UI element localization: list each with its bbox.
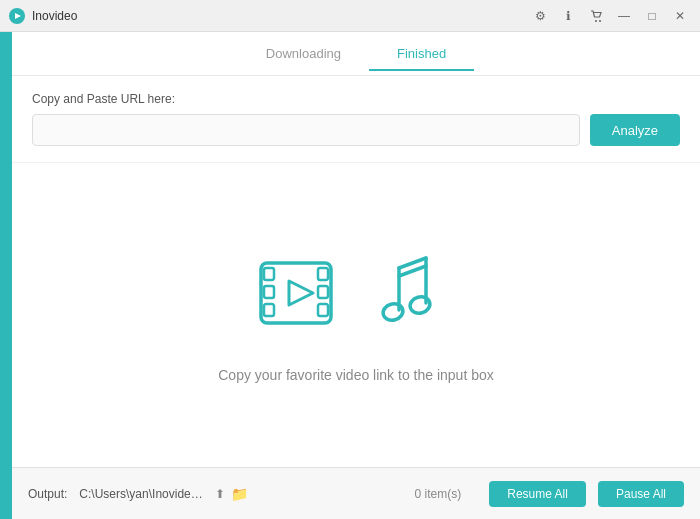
url-row: Analyze xyxy=(32,114,680,146)
close-button[interactable]: ✕ xyxy=(668,4,692,28)
tab-downloading[interactable]: Downloading xyxy=(238,36,369,71)
maximize-button[interactable]: □ xyxy=(640,4,664,28)
illustration-area: Copy your favorite video link to the inp… xyxy=(12,163,700,467)
shop-icon[interactable] xyxy=(584,4,608,28)
svg-rect-7 xyxy=(264,304,274,316)
video-icon xyxy=(251,248,351,343)
app-logo xyxy=(8,7,26,25)
upload-icon: ⬆ xyxy=(215,487,225,501)
output-path-text: C:\Users\yan\Inovideo\D... xyxy=(79,487,209,501)
tab-bar: Downloading Finished xyxy=(12,32,700,76)
svg-rect-10 xyxy=(318,304,328,316)
info-icon[interactable]: ℹ xyxy=(556,4,580,28)
app-title: Inovideo xyxy=(32,9,528,23)
svg-point-2 xyxy=(595,20,597,22)
svg-rect-5 xyxy=(264,268,274,280)
illustration-caption: Copy your favorite video link to the inp… xyxy=(218,367,494,383)
resume-all-button[interactable]: Resume All xyxy=(489,481,586,507)
svg-rect-8 xyxy=(318,268,328,280)
music-icon xyxy=(371,248,461,343)
titlebar: Inovideo ⚙ ℹ — □ ✕ xyxy=(0,0,700,32)
content-area: Downloading Finished Copy and Paste URL … xyxy=(12,32,700,519)
folder-icon[interactable]: 📁 xyxy=(231,486,248,502)
sidebar xyxy=(0,32,12,519)
url-section: Copy and Paste URL here: Analyze xyxy=(12,76,700,163)
svg-marker-11 xyxy=(289,281,313,305)
icons-row xyxy=(251,248,461,343)
tab-finished[interactable]: Finished xyxy=(369,36,474,71)
pause-all-button[interactable]: Pause All xyxy=(598,481,684,507)
minimize-button[interactable]: — xyxy=(612,4,636,28)
svg-point-13 xyxy=(381,301,404,322)
analyze-button[interactable]: Analyze xyxy=(590,114,680,146)
items-count: 0 item(s) xyxy=(415,487,462,501)
svg-rect-4 xyxy=(261,263,331,323)
output-path-container: C:\Users\yan\Inovideo\D... ⬆ 📁 xyxy=(79,486,386,502)
url-label: Copy and Paste URL here: xyxy=(32,92,680,106)
svg-rect-9 xyxy=(318,286,328,298)
window-controls: ⚙ ℹ — □ ✕ xyxy=(528,4,692,28)
settings-icon[interactable]: ⚙ xyxy=(528,4,552,28)
output-label: Output: xyxy=(28,487,67,501)
url-input[interactable] xyxy=(32,114,580,146)
svg-rect-6 xyxy=(264,286,274,298)
main-layout: Downloading Finished Copy and Paste URL … xyxy=(0,32,700,519)
bottom-bar: Output: C:\Users\yan\Inovideo\D... ⬆ 📁 0… xyxy=(12,467,700,519)
svg-point-15 xyxy=(408,294,431,315)
svg-point-3 xyxy=(599,20,601,22)
